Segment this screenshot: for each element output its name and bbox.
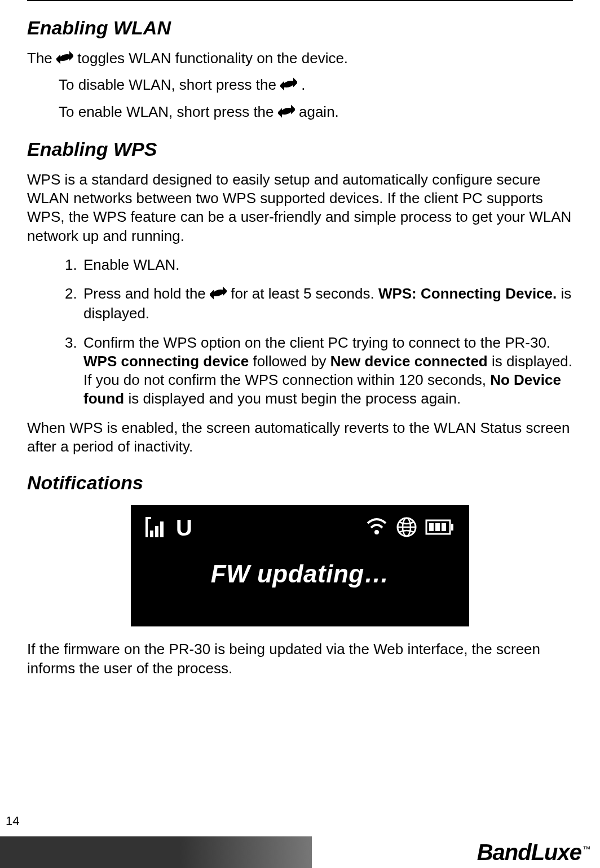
firmware-updating-text: FW updating… [142,546,458,607]
wlan-disable-line: To disable WLAN, short press the . [59,76,573,95]
brand-text: BandLuxe [477,840,581,865]
text-fragment: The [27,50,56,67]
svg-rect-10 [451,524,453,531]
brand-logo: BandLuxe™ [477,840,590,865]
heading-enabling-wlan: Enabling WLAN [27,17,573,39]
text-fragment: for at least 5 seconds. [231,285,378,302]
wlan-toggle-description: The toggles WLAN functionality on the de… [27,49,573,69]
heading-notifications: Notifications [27,472,573,494]
text-fragment: again. [299,103,339,120]
bold-text: WPS: Connecting Device. [378,285,557,302]
wps-steps-list: Enable WLAN. Press and hold the for at l… [27,256,573,409]
trademark-symbol: ™ [583,844,590,853]
battery-icon [425,519,455,537]
wlan-swap-icon [56,50,73,69]
wifi-icon [365,518,388,539]
wlan-swap-icon [210,286,227,304]
signal-bars-icon [145,517,168,540]
text-fragment: To disable WLAN, short press the [59,76,276,93]
bold-text: New device connected [330,353,488,370]
text-fragment: . [301,76,305,93]
globe-icon [396,516,417,540]
svg-rect-13 [442,523,446,531]
svg-point-5 [374,530,379,534]
device-screen-illustration: U [131,505,469,626]
step-1: Enable WLAN. [81,256,573,274]
page-number: 14 [6,814,19,828]
network-type-label: U [176,515,192,541]
notifications-body: If the firmware on the PR-30 is being up… [27,640,573,678]
text-fragment: toggles WLAN functionality on the device… [77,50,348,67]
top-rule [27,0,573,1]
text-fragment: Enable WLAN. [83,256,180,273]
footer-bar-brand-area: BandLuxe™ [312,836,600,868]
text-fragment: followed by [253,353,330,370]
svg-rect-3 [155,526,158,537]
wps-intro: WPS is a standard designed to easily set… [27,170,573,246]
bold-text: WPS connecting device [83,353,249,370]
svg-rect-2 [150,531,153,537]
wlan-swap-icon [280,77,297,95]
step-2: Press and hold the for at least 5 second… [81,284,573,323]
svg-rect-12 [435,523,440,531]
text-fragment: Confirm the WPS option on the client PC … [83,334,550,351]
wlan-swap-icon [278,104,295,122]
svg-rect-4 [160,521,164,537]
footer-bar-dark [0,836,180,868]
heading-enabling-wps: Enabling WPS [27,138,573,160]
svg-rect-11 [429,523,434,531]
footer-bar-gradient [180,836,312,868]
svg-rect-1 [145,517,151,519]
text-fragment: Press and hold the [83,285,210,302]
text-fragment: is displayed and you must begin the proc… [128,390,461,407]
wlan-enable-line: To enable WLAN, short press the again. [59,103,573,122]
page-footer: BandLuxe™ [0,836,600,868]
svg-rect-0 [145,517,148,537]
wps-outro: When WPS is enabled, the screen automati… [27,419,573,457]
text-fragment: To enable WLAN, short press the [59,103,278,120]
step-3: Confirm the WPS option on the client PC … [81,334,573,409]
